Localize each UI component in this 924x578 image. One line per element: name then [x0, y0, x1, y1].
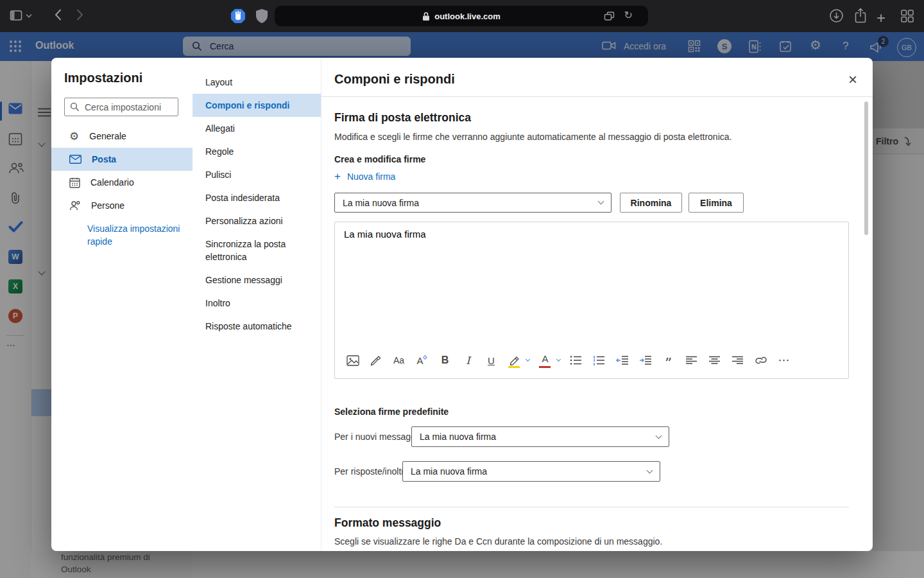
browser-toolbar: outlook.live.com ↻ + — [0, 0, 924, 32]
shield-extension-icon[interactable] — [255, 8, 269, 24]
section-attachments[interactable]: Allegati — [193, 117, 321, 140]
search-icon — [70, 102, 80, 112]
highlight-options-chevron-icon[interactable] — [526, 357, 530, 362]
signature-editor-content[interactable]: La mia nuova firma — [344, 229, 426, 240]
section-sync-email[interactable]: Sincronizza la posta elettronica — [193, 232, 295, 268]
plus-icon: + — [334, 171, 341, 182]
url-text: outlook.live.com — [434, 12, 501, 21]
quote-icon[interactable]: ” — [660, 351, 677, 370]
settings-nav-mail[interactable]: Posta — [51, 148, 193, 171]
gear-icon: ⚙ — [69, 130, 79, 143]
format-painter-icon[interactable] — [367, 351, 384, 370]
section-rules[interactable]: Regole — [193, 140, 321, 163]
section-divider — [334, 507, 849, 507]
bulleted-list-icon[interactable] — [567, 351, 585, 370]
settings-nav-general[interactable]: ⚙ Generale — [51, 125, 193, 148]
replies-label: Per risposte/inoltri: — [334, 466, 409, 477]
rename-button[interactable]: Rinomina — [620, 193, 682, 213]
forward-button[interactable] — [76, 8, 84, 22]
share-icon[interactable] — [854, 8, 867, 24]
section-message-handling[interactable]: Gestione messaggi — [193, 268, 321, 292]
settings-search-input[interactable] — [85, 102, 168, 112]
align-right-icon[interactable] — [729, 351, 746, 370]
italic-icon[interactable]: I — [459, 351, 477, 370]
align-center-icon[interactable] — [706, 351, 723, 370]
replies-select[interactable]: La mia nuova firma — [402, 461, 660, 482]
content-blocker-extension-icon[interactable] — [230, 8, 246, 24]
section-layout[interactable]: Layout — [193, 71, 321, 94]
indent-icon[interactable] — [637, 351, 654, 370]
close-icon[interactable]: × — [843, 69, 863, 90]
insert-link-icon[interactable] — [752, 351, 769, 370]
signature-heading: Firma di posta elettronica — [334, 111, 471, 125]
formatting-toolbar: Aa A B I U A — [344, 349, 792, 372]
font-color-swatch — [539, 366, 551, 369]
font-color-options-chevron-icon[interactable] — [556, 357, 561, 362]
new-messages-select[interactable]: La mia nuova firma — [411, 426, 669, 447]
downloads-icon[interactable] — [829, 8, 844, 23]
delete-button[interactable]: Elimina — [689, 193, 744, 213]
font-color-icon[interactable]: A — [536, 351, 554, 370]
settings-nav-calendar[interactable]: Calendario — [51, 171, 193, 194]
settings-section-list: Layout Componi e rispondi Allegati Regol… — [193, 58, 321, 551]
people-icon — [69, 200, 81, 211]
chevron-down-icon — [656, 432, 662, 439]
new-signature-button[interactable]: + Nuova firma — [334, 171, 395, 182]
mail-icon — [69, 155, 81, 164]
message-format-description: Scegli se visualizzare le righe Da e Ccn… — [334, 536, 662, 547]
settings-dialog: Impostazioni ⚙ Generale Posta Calendario — [51, 58, 873, 551]
settings-nav-column: Impostazioni ⚙ Generale Posta Calendario — [51, 58, 193, 551]
underline-icon[interactable]: U — [483, 351, 500, 370]
tab-overview-icon[interactable] — [900, 9, 914, 23]
section-forwarding[interactable]: Inoltro — [193, 292, 321, 315]
signature-description: Modifica e scegli le firme che verranno … — [334, 132, 732, 142]
chevron-down-icon — [647, 467, 653, 473]
sidebar-menu-chevron-icon[interactable] — [26, 13, 32, 18]
signature-editor[interactable]: La mia nuova firma Aa A B I U — [334, 222, 849, 379]
back-button[interactable] — [54, 8, 62, 22]
panel-title: Componi e rispondi — [334, 72, 455, 87]
default-signatures-heading: Seleziona firme predefinite — [334, 407, 449, 417]
insert-image-icon[interactable] — [344, 351, 361, 370]
section-customize-actions[interactable]: Personalizza azioni — [193, 209, 295, 232]
address-bar[interactable]: outlook.live.com ↻ — [275, 6, 648, 26]
lock-icon — [422, 12, 430, 21]
more-formatting-icon[interactable]: ⋯ — [775, 351, 792, 370]
signature-select[interactable]: La mia nuova firma — [334, 193, 612, 213]
section-automatic-replies[interactable]: Risposte automatiche — [193, 315, 321, 338]
message-format-heading: Formato messaggio — [334, 516, 441, 530]
bold-icon[interactable]: B — [436, 351, 454, 370]
calendar-icon — [69, 177, 80, 188]
outdent-icon[interactable] — [613, 351, 631, 370]
settings-title: Impostazioni — [64, 71, 142, 85]
scrollbar-thumb[interactable] — [864, 101, 868, 235]
new-messages-label: Per i nuovi messaggi: — [334, 432, 420, 442]
sidebar-toggle-icon[interactable] — [10, 10, 23, 22]
quick-settings-link[interactable]: Visualizza impostazioni rapide — [87, 222, 184, 248]
section-compose-reply[interactable]: Componi e rispondi — [193, 94, 321, 117]
chevron-down-icon — [598, 198, 604, 205]
highlight-color-swatch — [508, 366, 520, 369]
new-tab-icon[interactable]: + — [877, 9, 886, 27]
page-preview-icon[interactable] — [604, 11, 615, 21]
settings-panel: Componi e rispondi × Firma di posta elet… — [321, 58, 873, 551]
numbered-list-icon[interactable] — [590, 351, 608, 370]
reload-icon[interactable]: ↻ — [624, 10, 633, 21]
panel-divider — [321, 96, 873, 97]
highlight-icon[interactable] — [506, 351, 523, 370]
align-left-icon[interactable] — [683, 351, 700, 370]
settings-nav-people[interactable]: Persone — [51, 194, 193, 217]
font-size-icon[interactable]: A — [413, 351, 431, 370]
section-junk[interactable]: Posta indesiderata — [193, 186, 321, 209]
settings-search-box[interactable] — [64, 98, 178, 116]
create-signatures-heading: Crea e modifica firme — [334, 154, 425, 164]
font-name-icon[interactable]: Aa — [390, 351, 407, 370]
section-sweep[interactable]: Pulisci — [193, 163, 321, 186]
